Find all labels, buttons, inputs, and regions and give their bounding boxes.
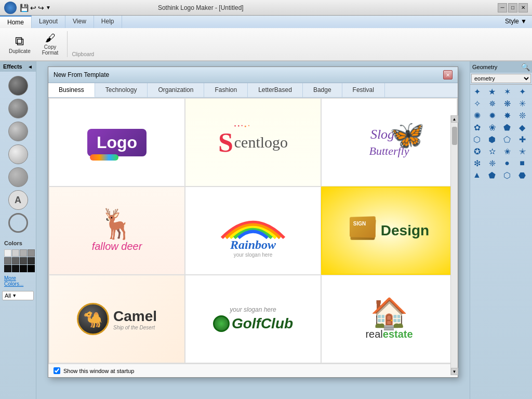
shape-hex3[interactable]: ⬡: [501, 169, 513, 181]
logo-rainbow: Rainbow your slogan here: [217, 204, 289, 258]
dropdown-icon[interactable]: ▼: [46, 5, 51, 10]
shape-star10[interactable]: ✭: [516, 145, 528, 157]
shape-pentagon[interactable]: ⬠: [501, 134, 513, 145]
effect-text[interactable]: A: [8, 190, 28, 210]
template-cell-9[interactable]: 🏠 realestate: [321, 275, 457, 363]
shape-sun[interactable]: ✺: [471, 110, 483, 121]
duplicate-icon: ⧉: [15, 35, 24, 47]
tab-view[interactable]: View: [65, 16, 94, 28]
geometry-header: Geometry 🔍: [470, 61, 532, 73]
save-icon[interactable]: 💾: [20, 4, 29, 12]
shape-hex2[interactable]: ⬢: [486, 134, 498, 145]
scroll-thumb[interactable]: [452, 127, 457, 145]
shape-diamond[interactable]: ◆: [516, 122, 528, 133]
color-cell[interactable]: [4, 257, 11, 264]
color-cell[interactable]: [20, 249, 27, 257]
shape-star12[interactable]: ❈: [486, 157, 498, 169]
effect-1[interactable]: [8, 76, 28, 96]
color-cell[interactable]: [28, 265, 35, 272]
style-dropdown[interactable]: Style ▼: [500, 16, 532, 28]
redo-icon[interactable]: ↪: [38, 4, 44, 12]
dialog-tab-badge[interactable]: Badge: [303, 83, 342, 97]
effect-3[interactable]: [8, 122, 28, 141]
template-cell-8[interactable]: your slogan here GolfClub: [185, 275, 321, 363]
shape-circle2[interactable]: ●: [501, 157, 513, 169]
effects-collapse-icon[interactable]: ◄: [28, 64, 33, 70]
shape-asterisk[interactable]: ✳: [516, 98, 528, 109]
effect-outline[interactable]: [8, 213, 28, 233]
shape-star6[interactable]: ❋: [501, 98, 513, 109]
effect-5[interactable]: [8, 167, 28, 187]
template-cell-2[interactable]: S centlogo ● ● ● ● ●: [185, 98, 321, 187]
template-cell-4[interactable]: 🦌 fallow deer: [49, 187, 185, 275]
tab-help[interactable]: Help: [94, 16, 122, 28]
shape-square[interactable]: ■: [516, 157, 528, 169]
color-cell[interactable]: [12, 257, 19, 264]
dialog-tab-technology[interactable]: Technology: [95, 83, 148, 97]
shape-star11[interactable]: ❇: [471, 157, 483, 169]
dialog-tab-letterbased[interactable]: LetterBased: [248, 83, 303, 97]
close-button[interactable]: ✕: [518, 3, 528, 12]
effect-4[interactable]: [8, 144, 28, 164]
shape-star9[interactable]: ✬: [501, 145, 513, 157]
shape-star4[interactable]: ✧: [471, 98, 483, 109]
scroll-down-button[interactable]: ▼: [451, 368, 458, 375]
color-cell[interactable]: [20, 265, 27, 272]
template-cell-6[interactable]: SIGN Design: [321, 187, 457, 275]
logo-real-estate: 🏠 realestate: [365, 298, 413, 340]
all-dropdown[interactable]: All ▼: [2, 291, 34, 300]
shape-star7[interactable]: ✪: [471, 145, 483, 157]
template-cell-7[interactable]: 🐪 Camel Ship of the Desert: [49, 275, 185, 363]
template-cell-5[interactable]: Rainbow your slogan here: [185, 187, 321, 275]
shape-flower[interactable]: ❀: [486, 122, 498, 133]
shape-burst2[interactable]: ❊: [516, 110, 528, 121]
template-cell-1[interactable]: Logo: [49, 98, 185, 187]
dialog-tab-business[interactable]: Business: [48, 83, 95, 97]
shape-star8[interactable]: ✫: [486, 145, 498, 157]
shape-pentagon2[interactable]: ⬟: [486, 169, 498, 181]
shape-star5[interactable]: ✵: [486, 98, 498, 109]
shape-circle[interactable]: ⬟: [501, 122, 513, 133]
canvas-area[interactable]: New From Template ✕ Business Technology …: [36, 61, 470, 399]
color-cell[interactable]: [28, 249, 35, 257]
shape-sun2[interactable]: ✹: [486, 110, 498, 121]
color-cell[interactable]: [20, 257, 27, 264]
color-cell[interactable]: [4, 249, 11, 257]
scroll-up-button[interactable]: ▲: [451, 115, 458, 123]
shape-star[interactable]: ★: [486, 86, 498, 97]
undo-icon[interactable]: ↩: [30, 4, 36, 12]
dialog-tab-fashion[interactable]: Fashion: [204, 83, 248, 97]
shape-triangle[interactable]: ▲: [471, 169, 483, 181]
tab-home[interactable]: Home: [0, 16, 32, 28]
color-cell[interactable]: [28, 257, 35, 264]
shape-6star[interactable]: ✦: [471, 86, 483, 97]
color-cell[interactable]: [4, 265, 11, 272]
shape-star3[interactable]: ✦: [516, 86, 528, 97]
dialog-tab-organization[interactable]: Organization: [148, 83, 204, 97]
tab-layout[interactable]: Layout: [32, 16, 65, 28]
effect-2[interactable]: [8, 99, 28, 118]
show-at-startup-checkbox[interactable]: [54, 367, 60, 374]
shape-gear[interactable]: ✿: [471, 122, 483, 133]
restore-button[interactable]: □: [508, 3, 517, 12]
colors-section: Colors More Colors...: [0, 237, 36, 290]
dialog-tab-festival[interactable]: Festival: [342, 83, 385, 97]
minimize-button[interactable]: ─: [498, 3, 507, 12]
shape-star2[interactable]: ✶: [501, 86, 513, 97]
copy-format-button[interactable]: 🖌 CopyFormat: [37, 30, 63, 58]
dialog-close-button[interactable]: ✕: [443, 70, 453, 79]
shape-cross[interactable]: ✚: [516, 134, 528, 145]
shape-oct[interactable]: ⬣: [516, 169, 528, 181]
shape-burst[interactable]: ✸: [501, 110, 513, 121]
show-at-startup-label[interactable]: Show this window at startup: [54, 367, 134, 374]
color-cell[interactable]: [12, 265, 19, 272]
geometry-select[interactable]: eometry: [471, 74, 531, 83]
left-panel: Effects ◄ A Colors: [0, 61, 36, 399]
geometry-search-icon[interactable]: 🔍: [521, 63, 530, 71]
template-cell-3[interactable]: SloganButterfly 🦋: [321, 98, 457, 187]
color-cell[interactable]: [12, 249, 19, 257]
more-colors-link[interactable]: More Colors...: [2, 274, 34, 288]
shape-hex[interactable]: ⬡: [471, 134, 483, 145]
main-area: Effects ◄ A Colors: [0, 61, 532, 399]
duplicate-button[interactable]: ⧉ Duplicate: [4, 32, 35, 57]
